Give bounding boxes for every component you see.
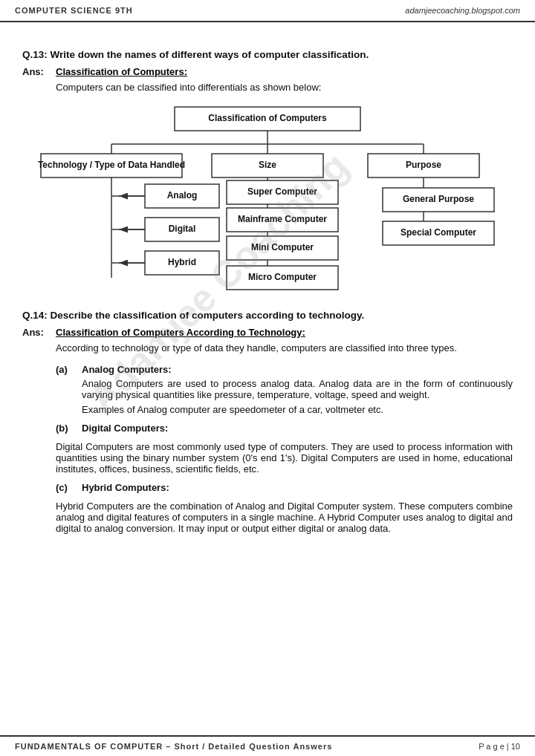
q14-analog-body2: Examples of Analog computer are speedome…: [82, 404, 513, 415]
footer-right: P a g e | 10: [479, 742, 520, 751]
diagram-mini-text: Mini Computer: [251, 242, 314, 252]
q14-digital-header: (b) Digital Computers:: [56, 423, 513, 434]
page: COMPUTER SCIENCE 9TH adamjeecoaching.blo…: [0, 0, 535, 756]
diagram-size-text: Size: [259, 160, 276, 170]
q14-item-digital: (b) Digital Computers:: [56, 423, 513, 434]
q13-section: Q.13: Write down the names of different …: [22, 49, 513, 296]
q14-analog-label: (a): [56, 364, 82, 375]
q14-digital-title: Digital Computers:: [82, 423, 168, 434]
q14-hybrid-header: (c) Hybrid Computers:: [56, 482, 513, 493]
page-header: COMPUTER SCIENCE 9TH adamjeecoaching.blo…: [0, 0, 535, 22]
q14-sub-answers: (a) Analog Computers: Analog Computers a…: [56, 364, 513, 534]
q14-analog-header: (a) Analog Computers:: [56, 364, 513, 375]
q14-hybrid-body1: Hybrid Computers are the combination of …: [56, 501, 513, 534]
q14-intro: According to technology or type of data …: [56, 342, 513, 353]
page-footer: FUNDAMENTALS OF COMPUTER – Short / Detai…: [0, 735, 535, 756]
header-right: adamjeecoaching.blogspot.com: [405, 6, 520, 15]
q13-ans-line: Ans: Classification of Computers:: [22, 66, 513, 77]
classification-diagram: Classification of Computers Technology /…: [37, 103, 498, 296]
q14-item-analog: (a) Analog Computers: Analog Computers a…: [56, 364, 513, 415]
q14-analog-title: Analog Computers:: [82, 364, 172, 375]
diagram-mainframe-text: Mainframe Computer: [238, 214, 327, 224]
q14-digital-body1: Digital Computers are most commonly used…: [56, 441, 513, 475]
q13-classification-title: Classification of Computers:: [56, 66, 187, 77]
diagram-general-text: General Purpose: [403, 194, 474, 204]
q14-digital-label: (b): [56, 423, 82, 434]
q14-ans-label: Ans:: [22, 327, 56, 338]
footer-left: FUNDAMENTALS OF COMPUTER – Short / Detai…: [15, 742, 332, 751]
diagram-analog-text: Analog: [167, 190, 198, 201]
q14-analog-body1: Analog Computers are used to process ana…: [82, 378, 513, 400]
diagram-micro-text: Micro Computer: [248, 272, 317, 282]
header-left: COMPUTER SCIENCE 9TH: [15, 6, 133, 15]
diagram-root-text: Classification of Computers: [208, 113, 327, 123]
main-content: Q.13: Write down the names of different …: [0, 22, 535, 735]
q13-intro: Computers can be classified into differe…: [56, 82, 513, 93]
diagram-digital-text: Digital: [169, 224, 196, 234]
q14-question: Q.14: Describe the classification of com…: [22, 310, 513, 321]
diagram-super-text: Super Computer: [247, 186, 317, 197]
q14-hybrid-title: Hybrid Computers:: [82, 482, 169, 493]
q14-classification-title: Classification of Computers According to…: [56, 327, 305, 338]
diagram-tech-text: Technology / Type of Data Handled: [38, 160, 185, 170]
q14-section: Q.14: Describe the classification of com…: [22, 310, 513, 534]
q14-hybrid-label: (c): [56, 482, 82, 493]
diagram-special-text: Special Computer: [401, 227, 476, 238]
diagram-hybrid-text: Hybrid: [168, 257, 196, 267]
q14-item-hybrid: (c) Hybrid Computers:: [56, 482, 513, 493]
q13-question: Q.13: Write down the names of different …: [22, 49, 513, 60]
diagram-purpose-text: Purpose: [406, 160, 441, 170]
q13-ans-label: Ans:: [22, 66, 56, 77]
diagram-svg: Classification of Computers Technology /…: [37, 103, 498, 296]
q14-ans-line: Ans: Classification of Computers Accordi…: [22, 327, 513, 338]
